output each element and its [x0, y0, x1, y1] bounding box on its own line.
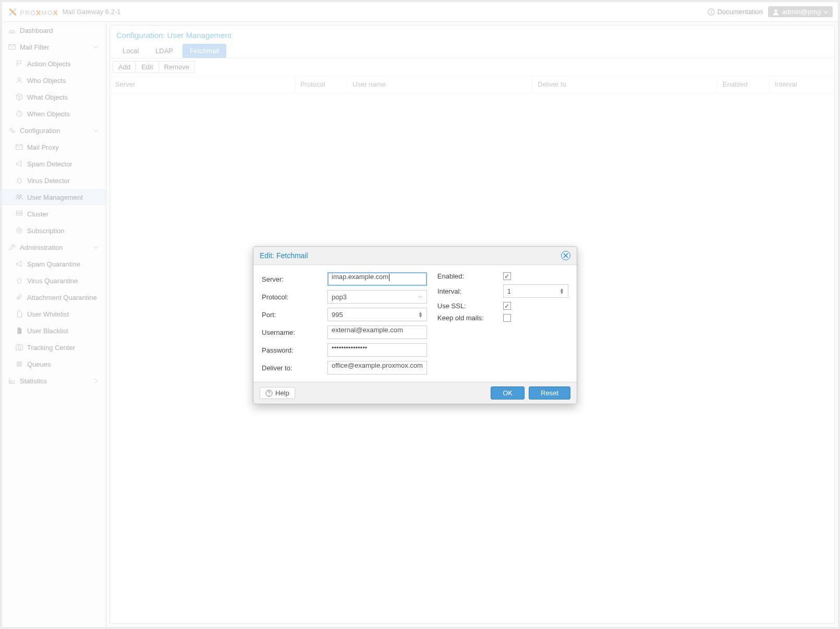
close-icon — [563, 253, 568, 258]
button-label: OK — [503, 389, 513, 397]
field-port: Port: 995▲▼ — [262, 308, 427, 321]
spinner-arrows-icon: ▲▼ — [559, 288, 564, 294]
field-label: Username: — [262, 329, 327, 336]
field-label: Password: — [262, 346, 327, 354]
edit-fetchmail-modal: Edit: Fetchmail Server: imap.example.com… — [253, 246, 577, 404]
modal-footer: Help OK Reset — [253, 382, 577, 404]
select-value: pop3 — [332, 293, 347, 301]
modal-header: Edit: Fetchmail — [253, 247, 577, 265]
port-spinner[interactable]: 995▲▼ — [327, 308, 427, 321]
interval-spinner[interactable]: 1▲▼ — [503, 284, 568, 298]
deliver-to-input[interactable]: office@example.proxmox.com — [327, 361, 427, 374]
field-deliver-to: Deliver to: office@example.proxmox.com — [262, 361, 427, 374]
field-password: Password: ••••••••••••••• — [262, 343, 427, 357]
input-value: 995 — [332, 311, 343, 319]
server-input[interactable]: imap.example.com — [327, 272, 427, 286]
field-label: Enabled: — [437, 272, 503, 280]
input-value: external@example.com — [332, 326, 403, 334]
field-label: Port: — [262, 311, 327, 319]
ssl-checkbox[interactable] — [503, 302, 511, 310]
field-server: Server: imap.example.com — [262, 272, 427, 286]
svg-point-19 — [269, 394, 269, 395]
chevron-down-icon — [418, 294, 423, 299]
enabled-checkbox[interactable] — [503, 272, 511, 280]
input-value: imap.example.com — [332, 273, 388, 281]
protocol-select[interactable]: pop3 — [327, 290, 427, 304]
spinner-arrows-icon: ▲▼ — [418, 311, 423, 318]
ok-button[interactable]: OK — [491, 386, 525, 400]
button-label: Reset — [541, 389, 558, 397]
field-label: Keep old mails: — [437, 314, 503, 322]
username-input[interactable]: external@example.com — [327, 325, 427, 339]
close-button[interactable] — [561, 251, 570, 260]
keep-checkbox[interactable] — [503, 314, 511, 322]
field-enabled: Enabled: — [437, 272, 568, 280]
password-input[interactable]: ••••••••••••••• — [327, 343, 427, 357]
modal-title: Edit: Fetchmail — [260, 251, 308, 260]
input-value: office@example.proxmox.com — [332, 361, 423, 369]
field-keep-old-mails: Keep old mails: — [437, 314, 568, 322]
field-label: Deliver to: — [262, 364, 327, 372]
question-icon — [265, 390, 273, 397]
field-protocol: Protocol: pop3 — [262, 290, 427, 304]
button-label: Help — [275, 389, 289, 397]
field-use-ssl: Use SSL: — [437, 302, 568, 310]
field-interval: Interval: 1▲▼ — [437, 284, 568, 298]
field-label: Protocol: — [262, 293, 327, 301]
input-value: 1 — [507, 287, 511, 295]
field-username: Username: external@example.com — [262, 325, 427, 339]
help-button[interactable]: Help — [260, 387, 295, 399]
field-label: Interval: — [437, 287, 503, 295]
field-label: Use SSL: — [437, 302, 503, 310]
reset-button[interactable]: Reset — [529, 386, 570, 400]
field-label: Server: — [262, 275, 327, 283]
input-value: ••••••••••••••• — [332, 344, 367, 352]
